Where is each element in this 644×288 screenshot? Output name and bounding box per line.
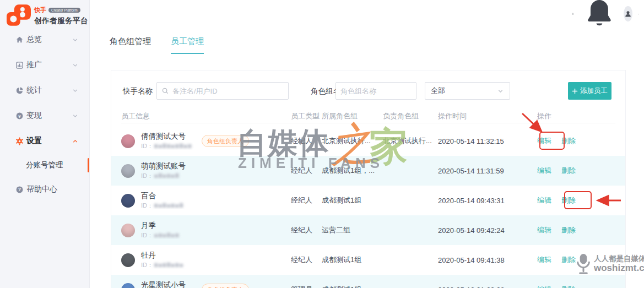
add-employee-button[interactable]: 添加员工 <box>568 82 611 100</box>
actions-cell: 编辑删除 <box>537 195 576 205</box>
delete-link[interactable]: 删除 <box>561 225 576 235</box>
chevron-down-icon <box>72 87 79 94</box>
employee-name: 光星测试小号 <box>141 281 186 288</box>
delete-link[interactable]: 删除 <box>561 136 576 146</box>
employee-info: 光星测试小号ID：▅▆▇▅▆▅ <box>141 281 186 288</box>
kuaishou-name-input[interactable] <box>172 87 284 95</box>
employee-name: 百合 <box>141 192 184 201</box>
table-row: 月季ID：▅▆▅▇▅▆经纪人运营二组2020-05-14 09:42:24编辑删… <box>111 215 625 245</box>
chevron-down-icon <box>497 88 504 95</box>
brand-name: 快手 <box>34 6 46 14</box>
employee-name: 萌萌测试账号 <box>141 162 186 171</box>
account-dropdown-caret-icon[interactable] <box>638 11 639 17</box>
employee-info-cell: 萌萌测试账号ID：▅▇▅▆▅▇ <box>121 162 291 180</box>
edit-link[interactable]: 编辑 <box>537 225 551 235</box>
edit-link[interactable]: 编辑 <box>537 195 551 205</box>
employee-info: 百合ID：▆▅▇▅▆▅▇ <box>141 192 184 210</box>
employee-info-cell: 月季ID：▅▆▅▇▅▆ <box>121 221 291 240</box>
table-row: 百合ID：▆▅▇▅▆▅▇经纪人成都测试1组2020-05-14 09:43:31… <box>111 186 625 215</box>
employee-info: 萌萌测试账号ID：▅▇▅▆▅▇ <box>141 162 186 180</box>
sidebar-item-label: 帮助中心 <box>26 184 57 194</box>
employee-id: ID：▆▅▇▅▆▅▇ <box>141 202 184 210</box>
pie-icon <box>15 86 24 95</box>
sidebar-item-label: 统计 <box>26 85 42 95</box>
role-group-name-input[interactable] <box>340 87 412 95</box>
employee-type-select[interactable]: 全部 <box>425 82 510 100</box>
notification-bell-icon[interactable] <box>582 0 617 31</box>
table-row: 倩倩测试大号ID：▆▅▇▆▅▆▇▅▆角色组负责人经纪人北京测试执行...北京测试… <box>111 126 625 156</box>
sidebar-item-settings[interactable]: 设置 <box>0 128 89 154</box>
sidebar-subitem-label: 分账号管理 <box>26 160 63 170</box>
gear-icon <box>15 137 24 145</box>
sidebar-item-promotion[interactable]: 推广 <box>0 52 89 78</box>
tab-employee-management[interactable]: 员工管理 <box>171 36 204 54</box>
coin-icon: ¥ <box>15 112 24 120</box>
table-header: 员工信息员工类型所属角色组负责角色组操作时间操作 <box>111 108 625 123</box>
id-prefix: ID： <box>141 202 153 210</box>
id-masked-value: ▆▅▆▇▅▆▅ <box>154 262 184 268</box>
sidebar-item-monetization[interactable]: ¥变现 <box>0 103 89 128</box>
column-header: 所属角色组 <box>322 111 383 121</box>
table-row: 光星测试小号ID：▅▆▇▅▆▅角色组负责人管理员成都测试1组2020-05-13… <box>111 275 625 288</box>
delete-link[interactable]: 删除 <box>561 195 576 205</box>
sidebar-item-help-center[interactable]: ?帮助中心 <box>0 177 89 202</box>
plus-icon <box>572 88 578 94</box>
kuaishou-name-search-field[interactable] <box>156 82 289 100</box>
chart-icon <box>15 61 24 69</box>
employee-type-cell: 经纪人 <box>291 255 322 265</box>
person-icon <box>624 9 632 18</box>
svg-text:¥: ¥ <box>18 113 21 118</box>
employee-type-cell: 经纪人 <box>291 166 322 176</box>
table-body: 倩倩测试大号ID：▆▅▇▆▅▆▇▅▆角色组负责人经纪人北京测试执行...北京测试… <box>111 126 625 288</box>
employee-name: 倩倩测试大号 <box>141 132 192 142</box>
belong-role-group-cell: 成都测试1组 <box>322 285 383 288</box>
chevron-down-icon <box>72 112 79 119</box>
add-employee-label: 添加员工 <box>580 86 608 96</box>
belong-role-group-cell: 运营二组 <box>322 225 383 235</box>
role-group-name-field[interactable] <box>335 82 416 100</box>
belong-role-group-cell: 成都测试1组 <box>322 255 383 265</box>
column-header: 操作 <box>537 111 551 121</box>
app-logo: 快手 Creator Platform 创作者服务平台 <box>7 4 88 27</box>
sidebar-item-statistics[interactable]: 统计 <box>0 78 89 103</box>
header-divider <box>121 123 615 123</box>
column-header: 员工信息 <box>121 111 291 121</box>
employee-info-cell: 倩倩测试大号ID：▆▅▇▆▅▆▇▅▆角色组负责人 <box>121 132 291 150</box>
edit-link[interactable]: 编辑 <box>537 285 551 288</box>
sidebar-item-overview[interactable]: 总览 <box>0 27 89 52</box>
sidebar-subitem-sub-account[interactable]: 分账号管理 <box>0 154 89 177</box>
tabs: 角色组管理员工管理 <box>110 36 204 54</box>
delete-link[interactable]: 删除 <box>561 285 576 288</box>
chevron-up-icon <box>72 138 79 145</box>
operation-time-cell: 2020-05-13 21:29:08 <box>438 286 537 288</box>
belong-role-group-cell: 成都测试1组 <box>322 195 383 205</box>
id-prefix: ID： <box>141 172 153 180</box>
user-avatar[interactable] <box>624 6 632 21</box>
column-header: 负责角色组 <box>383 111 438 121</box>
employee-type-select-value: 全部 <box>431 86 445 96</box>
tab-role-group-management[interactable]: 角色组管理 <box>110 36 151 54</box>
employee-info-cell: 牡丹ID：▆▅▆▇▅▆▅ <box>121 251 291 269</box>
delete-link[interactable]: 删除 <box>561 166 576 176</box>
id-masked-value: ▆▅▇▆▅▆▇▅▆ <box>154 143 192 149</box>
belong-role-group-cell: 北京测试执行... <box>322 136 383 146</box>
avatar <box>121 283 135 288</box>
id-masked-value: ▅▆▅▇▅▆ <box>154 232 180 238</box>
delete-link[interactable]: 删除 <box>561 255 576 265</box>
edit-link[interactable]: 编辑 <box>537 166 551 176</box>
sidebar-item-label: 设置 <box>26 136 42 146</box>
edit-link[interactable]: 编辑 <box>537 136 551 146</box>
download-icon[interactable] <box>572 9 574 19</box>
id-prefix: ID： <box>141 262 153 269</box>
home-icon <box>15 36 24 44</box>
table-row: 牡丹ID：▆▅▆▇▅▆▅经纪人成都测试1组2020-05-14 09:41:38… <box>111 245 625 275</box>
employee-type-cell: 经纪人 <box>291 225 322 235</box>
employee-name: 月季 <box>141 221 180 231</box>
employee-type-cell: 管理员 <box>291 285 322 288</box>
operation-time-cell: 2020-05-14 09:42:24 <box>438 226 537 235</box>
edit-link[interactable]: 编辑 <box>537 255 551 265</box>
operation-time-cell: 2020-05-14 09:41:38 <box>438 256 537 264</box>
employee-name: 牡丹 <box>141 251 184 260</box>
avatar <box>121 194 135 208</box>
avatar <box>121 134 135 148</box>
